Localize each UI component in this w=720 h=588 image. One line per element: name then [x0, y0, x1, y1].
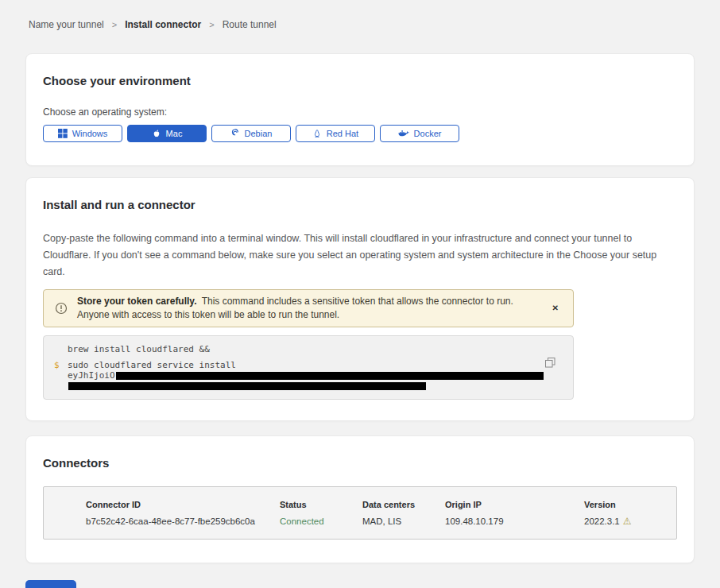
- code-line-token-continued: [44, 381, 541, 391]
- breadcrumb-name-your-tunnel[interactable]: Name your tunnel: [29, 19, 104, 30]
- debian-swirl-icon: [230, 129, 240, 138]
- windows-icon: [58, 129, 68, 138]
- code-line-token: eyJhIjoiO: [44, 370, 541, 381]
- version-warning-icon: ⚠: [623, 516, 632, 527]
- breadcrumb-install-connector[interactable]: Install connector: [125, 19, 201, 30]
- os-button-label: Red Hat: [327, 129, 358, 138]
- os-button-label: Mac: [166, 129, 183, 138]
- cell-data-centers: MAD, LIS: [362, 516, 445, 526]
- os-button-label: Windows: [72, 129, 108, 138]
- os-select-label: Choose an operating system:: [43, 106, 677, 118]
- cell-origin-ip: 109.48.10.179: [445, 516, 584, 526]
- cell-connector-id: b7c52c42-6caa-48ee-8c77-fbe259cb6c0a: [86, 516, 280, 526]
- alert-circle-icon: [55, 302, 68, 315]
- copy-icon[interactable]: [545, 358, 555, 370]
- code-line-sudo: $ sudo cloudflared service install: [44, 360, 541, 370]
- os-button-docker[interactable]: Docker: [380, 125, 459, 142]
- docker-whale-icon: [398, 130, 409, 138]
- token-warning-banner: Store your token carefully. This command…: [43, 289, 574, 327]
- install-description: Copy-paste the following command into a …: [43, 230, 677, 280]
- os-button-label: Debian: [245, 129, 273, 138]
- os-button-mac[interactable]: Mac: [127, 125, 207, 142]
- os-button-debian[interactable]: Debian: [211, 125, 291, 142]
- environment-card-title: Choose your environment: [43, 74, 677, 88]
- shell-prompt: $: [54, 360, 60, 370]
- connectors-table: Connector ID Status Data centers Origin …: [43, 486, 677, 540]
- header-version: Version: [584, 500, 676, 509]
- apple-icon: [152, 129, 161, 139]
- redaction-bar: [68, 382, 426, 390]
- os-button-windows[interactable]: Windows: [43, 125, 122, 142]
- breadcrumb-separator-icon: >: [112, 20, 117, 29]
- connectors-card: Connectors Connector ID Status Data cent…: [25, 435, 695, 563]
- os-button-group: Windows Mac Debian: [43, 125, 677, 142]
- environment-card: Choose your environment Choose an operat…: [25, 53, 695, 166]
- header-connector-id: Connector ID: [86, 500, 280, 509]
- os-button-label: Docker: [414, 129, 442, 138]
- connectors-table-header: Connector ID Status Data centers Origin …: [86, 500, 676, 509]
- warning-title: Store your token carefully.: [77, 296, 197, 307]
- header-data-centers: Data centers: [362, 500, 445, 509]
- code-line-brew: brew install cloudflared &&: [44, 344, 541, 354]
- connectors-card-title: Connectors: [43, 456, 677, 470]
- install-connector-card: Install and run a connector Copy-paste t…: [25, 177, 695, 421]
- command-code-block: brew install cloudflared && $ sudo cloud…: [43, 335, 574, 400]
- next-button[interactable]: Next: [25, 580, 76, 588]
- breadcrumb-route-tunnel[interactable]: Route tunnel: [223, 19, 277, 30]
- warning-text: Store your token carefully. This command…: [77, 295, 540, 322]
- redaction-bar: [116, 372, 544, 380]
- token-prefix: eyJhIjoiO: [68, 370, 115, 381]
- cell-version: 2022.3.1⚠: [584, 516, 676, 527]
- table-row: b7c52c42-6caa-48ee-8c77-fbe259cb6c0a Con…: [86, 516, 676, 527]
- redhat-icon: [312, 129, 322, 139]
- breadcrumb: Name your tunnel > Install connector > R…: [25, 19, 695, 30]
- os-button-redhat[interactable]: Red Hat: [296, 125, 375, 142]
- breadcrumb-separator-icon: >: [209, 20, 214, 29]
- tunnel-setup-page: Name your tunnel > Install connector > R…: [0, 0, 720, 588]
- header-origin-ip: Origin IP: [445, 500, 584, 509]
- status-badge: Connected: [280, 516, 362, 526]
- header-status: Status: [280, 500, 362, 509]
- close-icon[interactable]: ✕: [549, 303, 562, 314]
- install-card-title: Install and run a connector: [43, 198, 677, 212]
